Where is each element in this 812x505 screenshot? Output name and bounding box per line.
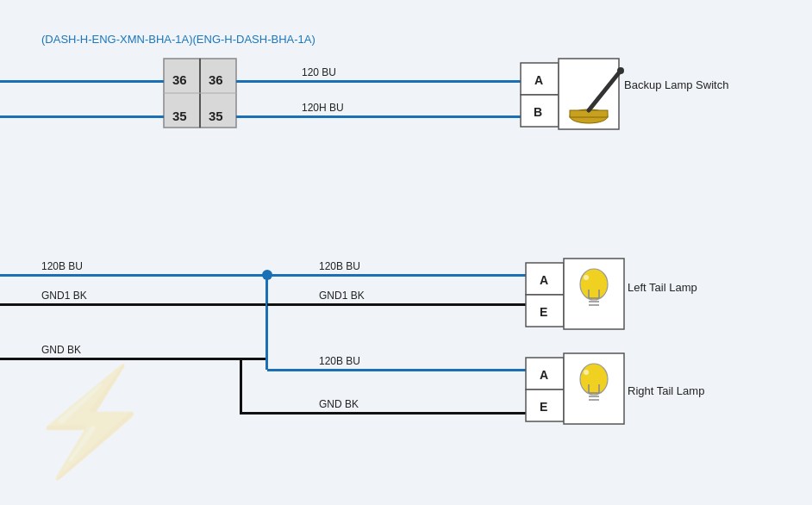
label-gnd1bk-mid: GND1 BK: [319, 290, 365, 302]
wire-top-right-1: [236, 80, 521, 83]
wire-right-gndbk: [240, 412, 526, 415]
terminal-a-label: A: [534, 73, 543, 87]
wire-top-left-2: [0, 115, 164, 118]
wire-junction-down: [265, 275, 268, 370]
label-gndbk-left: GND BK: [41, 344, 81, 356]
left-tail-label: Left Tail Lamp: [628, 281, 697, 294]
label-120hbu: 120H BU: [302, 102, 344, 114]
pin-35-right: 35: [209, 109, 223, 123]
left-tail-terminal-a: A: [540, 273, 548, 287]
wire-right-120bbu-right: [267, 369, 526, 371]
wire-left-gnd1bk: [0, 303, 267, 306]
connector-label: (DASH-H-ENG-XMN-BHA-1A)(ENG-H-DASH-BHA-1…: [41, 33, 315, 46]
label-120bbu-right: 120B BU: [319, 355, 360, 367]
wire-gndbk-far-left: [0, 358, 241, 360]
right-bulb-highlight: [584, 370, 589, 375]
left-bulb-highlight: [584, 275, 589, 280]
label-gnd1bk-left: GND1 BK: [41, 290, 87, 302]
switch-lever-tip: [617, 67, 624, 74]
pin-36-left: 36: [172, 72, 187, 87]
wire-left-120bbu: [0, 274, 267, 277]
label-gndbk-mid: GND BK: [319, 398, 359, 410]
wire-top-right-2: [236, 115, 521, 118]
right-bulb-globe: [580, 364, 608, 395]
right-tail-label: Right Tail Lamp: [628, 384, 704, 397]
right-tail-terminal-a: A: [540, 368, 548, 382]
right-tail-terminal-e: E: [540, 400, 547, 414]
wire-top-left-1: [0, 80, 164, 83]
label-120bu: 120 BU: [302, 66, 336, 78]
label-120bbu-left: 120B BU: [41, 260, 83, 272]
background-logo: ⚡: [26, 360, 155, 483]
label-120bbu-mid: 120B BU: [319, 260, 360, 272]
left-tail-terminal-e: E: [540, 305, 547, 319]
wire-right-gnd1bk: [267, 303, 526, 306]
pin-35-left: 35: [172, 109, 187, 123]
left-bulb-globe: [580, 269, 608, 300]
pin-36-right: 36: [209, 72, 223, 87]
terminal-b-label: B: [534, 105, 542, 119]
wire-gndbk-down: [240, 358, 242, 414]
backup-lamp-label: Backup Lamp Switch: [624, 78, 728, 91]
wire-right-120bbu-left: [267, 274, 526, 277]
